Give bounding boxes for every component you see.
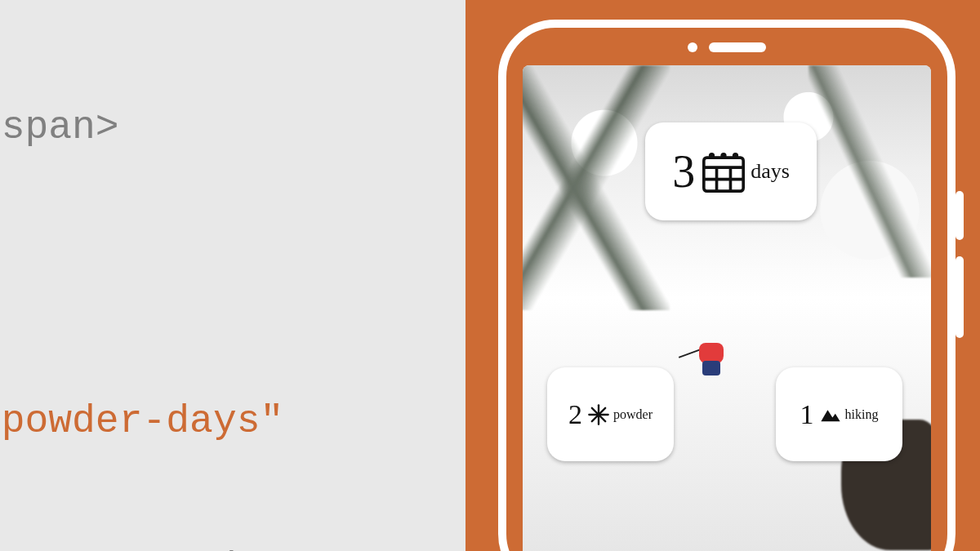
- code-closing-tag: </span>: [0, 105, 119, 149]
- phone-camera-icon: [688, 42, 697, 52]
- phone-side-button: [956, 191, 964, 240]
- mountain-icon: [819, 403, 842, 426]
- svg-point-1: [709, 153, 715, 158]
- app-screen[interactable]: 3 days 2: [523, 65, 931, 551]
- phone-frame: 3 days 2: [498, 20, 956, 551]
- phone-side-button: [956, 256, 964, 338]
- total-days-tile[interactable]: 3 days: [645, 122, 817, 220]
- hiking-days-count: 1: [800, 399, 814, 430]
- hiking-days-tile[interactable]: 1 hiking: [776, 367, 902, 461]
- powder-days-label: powder: [613, 407, 653, 422]
- code-snippet: >days</span> sName="powder-days" >{this.…: [0, 0, 466, 551]
- device-preview-pane: 3 days 2: [466, 0, 980, 551]
- code-string-powder-days: "powder-days": [0, 399, 283, 443]
- svg-rect-0: [704, 158, 743, 191]
- svg-point-2: [721, 153, 727, 158]
- total-days-label: days: [751, 159, 790, 184]
- skier-illustration: [694, 335, 728, 377]
- code-prop-access: .props.powder: [0, 546, 283, 551]
- powder-days-count: 2: [568, 399, 582, 430]
- svg-point-3: [733, 153, 738, 158]
- snowflake-icon: [587, 403, 610, 426]
- phone-earpiece: [506, 39, 947, 54]
- total-days-count: 3: [672, 145, 695, 198]
- phone-speaker-icon: [709, 42, 766, 52]
- background-trees: [808, 65, 931, 278]
- tutorial-slide: >days</span> sName="powder-days" >{this.…: [0, 0, 980, 551]
- hiking-days-label: hiking: [845, 407, 879, 422]
- calendar-icon: [700, 148, 747, 195]
- svg-marker-12: [821, 410, 840, 421]
- powder-days-tile[interactable]: 2 powder: [547, 367, 674, 461]
